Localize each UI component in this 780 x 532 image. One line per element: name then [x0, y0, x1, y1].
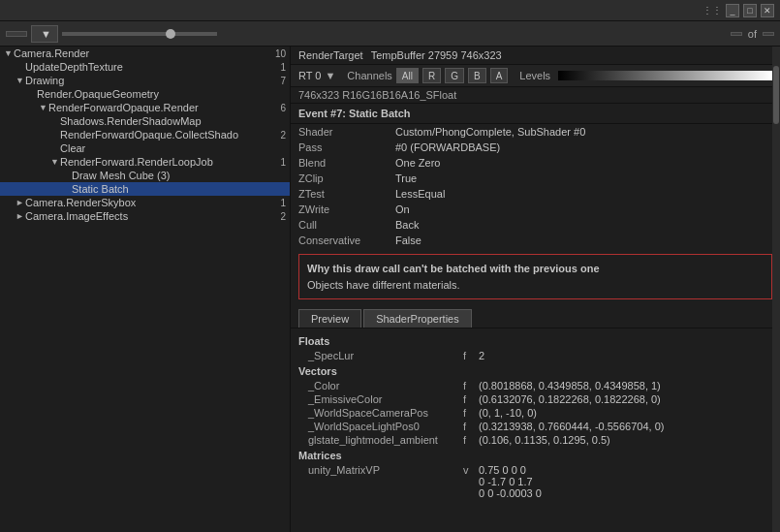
matrices-header: Matrices [298, 447, 772, 463]
tree-item[interactable]: Static Batch [0, 182, 290, 196]
tree-expand-icon[interactable]: ► [16, 211, 25, 221]
vector-value: (0, 1, -10, 0) [479, 407, 537, 419]
prop-name: Cull [291, 217, 388, 233]
channel-button-b[interactable]: B [468, 68, 486, 83]
vector-value: (0.6132076, 0.1822268, 0.1822268, 0) [479, 393, 661, 405]
frame-navigation: of [731, 28, 774, 40]
channel-button-a[interactable]: A [490, 68, 509, 83]
tree-item-label: Drawing [25, 75, 64, 86]
tree-item-count: 2 [280, 130, 290, 141]
tree-item[interactable]: Draw Mesh Cube (3) [0, 169, 290, 182]
tree-item[interactable]: Clear [0, 141, 290, 155]
matrix-type: v [463, 464, 479, 476]
floats-header: Floats [298, 332, 772, 349]
close-button[interactable]: ✕ [761, 4, 774, 17]
levels-label: Levels [519, 70, 550, 81]
vector-name: _WorldSpaceCameraPos [308, 407, 463, 419]
matrix-values: 0.75 0 0 00 -1.7 0 1.70 0 -0.0003 0 [479, 464, 542, 499]
property-row: ConservativeFalse [291, 233, 780, 248]
prop-value: Custom/PhongComplete, SubShader #0 [388, 124, 780, 140]
prop-value: LessEqual [388, 186, 780, 202]
scroll-bar[interactable] [772, 47, 780, 532]
tree-item[interactable]: Render.OpaqueGeometry [0, 87, 290, 101]
render-target-label: RenderTarget [298, 49, 363, 61]
prop-name: ZWrite [291, 202, 388, 217]
minimize-button[interactable]: _ [726, 4, 739, 17]
slider-thumb [166, 29, 175, 39]
prop-name: Shader [291, 124, 388, 140]
left-panel: ▼Camera.Render10 UpdateDepthTexture1▼Dra… [0, 47, 291, 532]
tree-item[interactable]: ▼RenderForwardOpaque.Render6 [0, 101, 290, 114]
property-row: ZTestLessEqual [291, 186, 780, 202]
properties-table: ShaderCustom/PhongComplete, SubShader #0… [291, 124, 780, 248]
tree-expand-icon[interactable]: ▼ [4, 48, 14, 58]
vector-name: _EmissiveColor [308, 393, 463, 405]
tree-item[interactable]: ►Camera.RenderSkybox1 [0, 196, 290, 209]
tree-item-count: 10 [275, 48, 290, 59]
tabs-row: PreviewShaderProperties [291, 305, 780, 329]
tree-item-label: Shadows.RenderShadowMap [60, 115, 202, 127]
channels-row: RT 0 ▼ ChannelsAllRGBALevels [291, 65, 780, 87]
matrix-row: unity_MatrixVPv0.75 0 0 00 -1.7 0 1.70 0… [298, 463, 772, 500]
tree-item[interactable]: RenderForwardOpaque.CollectShado2 [0, 128, 290, 141]
tree-item-label: RenderForward.RenderLoopJob [60, 156, 213, 168]
tree-item-label: Draw Mesh Cube (3) [72, 170, 170, 181]
tree-expand-icon[interactable]: ► [16, 198, 25, 207]
tree-item[interactable]: ►Camera.ImageEffects2 [0, 209, 290, 223]
vector-row: _Colorf(0.8018868, 0.4349858, 0.4349858,… [298, 379, 772, 392]
prop-value: #0 (FORWARDBASE) [388, 140, 780, 155]
tree-item-label: Render.OpaqueGeometry [37, 88, 159, 100]
tree-item[interactable]: Shadows.RenderShadowMap [0, 114, 290, 128]
pin-icon[interactable]: ⋮⋮ [702, 5, 722, 16]
render-target-value: TempBuffer 27959 746x323 [371, 49, 502, 61]
tree-item-label: Clear [60, 142, 85, 154]
next-frame-button[interactable] [763, 32, 774, 36]
vector-type: f [463, 407, 479, 419]
prev-frame-button[interactable] [731, 32, 742, 36]
tree-expand-icon[interactable]: ▼ [39, 103, 48, 112]
tree-item-count: 6 [280, 103, 290, 113]
scroll-thumb[interactable] [773, 66, 779, 124]
tree-item[interactable]: ▼Drawing7 [0, 74, 290, 87]
channel-button-all[interactable]: All [396, 68, 419, 83]
tree-item[interactable]: UpdateDepthTexture1 [0, 60, 290, 74]
disable-button[interactable] [6, 31, 27, 37]
prop-name: ZTest [291, 186, 388, 202]
tree-item[interactable]: ▼Camera.Render10 [0, 47, 290, 60]
prop-value: One Zero [388, 155, 780, 171]
vector-type: f [463, 380, 479, 391]
tree-item[interactable]: ▼RenderForward.RenderLoopJob1 [0, 155, 290, 169]
tree-item-count: 1 [280, 62, 290, 73]
channel-button-r[interactable]: R [422, 68, 441, 83]
window-controls: ⋮⋮ _ □ ✕ [702, 4, 774, 17]
tree-item-count: 2 [280, 211, 290, 222]
tree-expand-icon[interactable]: ▼ [50, 157, 60, 167]
maximize-button[interactable]: □ [743, 4, 757, 17]
property-row: ZWriteOn [291, 202, 780, 217]
tree-item-label: RenderForwardOpaque.CollectShado [60, 129, 238, 141]
prop-name: ZClip [291, 171, 388, 186]
vector-value: (0.106, 0.1135, 0.1295, 0.5) [479, 434, 610, 446]
float-name: _SpecLur [308, 350, 463, 361]
tab-shaderproperties[interactable]: ShaderProperties [363, 309, 472, 328]
float-value: 2 [479, 350, 484, 361]
rt-select-label: RT 0 [298, 70, 321, 81]
rt-dropdown-icon[interactable]: ▼ [325, 70, 335, 81]
frame-slider[interactable] [62, 32, 217, 36]
tree-expand-icon[interactable]: ▼ [16, 76, 25, 85]
batch-warning-box: Why this draw call can't be batched with… [298, 254, 772, 299]
toolbar: ▼ of [0, 21, 780, 47]
vector-type: f [463, 421, 479, 432]
vector-row: _WorldSpaceLightPos0f(0.3213938, 0.76604… [298, 420, 772, 433]
property-row: Pass#0 (FORWARDBASE) [291, 140, 780, 155]
channel-button-g[interactable]: G [445, 68, 464, 83]
frame-separator: of [748, 28, 757, 40]
tree-item-label: Camera.ImageEffects [25, 210, 128, 222]
tree-item-label: Static Batch [72, 183, 129, 195]
title-bar: ⋮⋮ _ □ ✕ [0, 0, 780, 21]
shader-properties-content: Floats_SpecLurf2Vectors_Colorf(0.8018868… [291, 329, 780, 504]
tab-preview[interactable]: Preview [298, 309, 361, 328]
editor-dropdown[interactable]: ▼ [31, 25, 58, 43]
prop-value: False [388, 233, 780, 248]
right-panel: RenderTarget TempBuffer 27959 746x323 RT… [291, 47, 780, 532]
